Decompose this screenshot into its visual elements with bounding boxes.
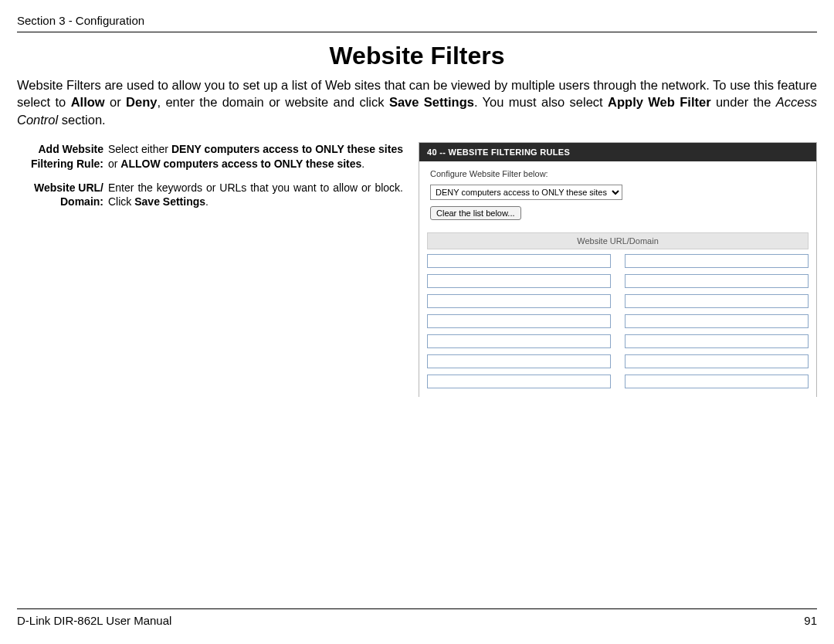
def-val-post: . bbox=[205, 195, 208, 208]
url-grid-row bbox=[427, 354, 809, 368]
url-input[interactable] bbox=[625, 375, 809, 388]
intro-text-2: or bbox=[105, 95, 126, 109]
url-grid-row bbox=[427, 314, 809, 328]
content-row: Add Website Filtering Rule: Select eithe… bbox=[17, 142, 817, 397]
url-input[interactable] bbox=[625, 254, 809, 268]
footer-manual-name: D-Link DIR-862L User Manual bbox=[17, 614, 171, 627]
intro-paragraph: Website Filters are used to allow you to… bbox=[17, 76, 817, 128]
url-grid-row bbox=[427, 375, 809, 388]
url-input[interactable] bbox=[625, 354, 809, 368]
url-input[interactable] bbox=[427, 294, 611, 308]
url-grid-row bbox=[427, 274, 809, 288]
intro-allow-bold: Allow bbox=[71, 95, 105, 109]
def-val-pre: Select either bbox=[108, 143, 171, 155]
footer-page-number: 91 bbox=[804, 614, 817, 627]
url-input[interactable] bbox=[427, 314, 611, 328]
definition-row: Website URL/ Domain: Enter the keywords … bbox=[17, 181, 403, 210]
router-screenshot-panel: 40 -- WEBSITE FILTERING RULES Configure … bbox=[419, 142, 817, 397]
url-input[interactable] bbox=[625, 314, 809, 328]
panel-titlebar: 40 -- WEBSITE FILTERING RULES bbox=[419, 143, 816, 161]
url-grid: Website URL/Domain bbox=[419, 232, 816, 388]
configure-label: Configure Website Filter below: bbox=[430, 169, 807, 178]
url-grid-row bbox=[427, 334, 809, 348]
filter-mode-select-wrap: DENY computers access to ONLY these site… bbox=[430, 185, 807, 200]
definition-label: Website URL/ Domain: bbox=[17, 181, 108, 210]
url-input[interactable] bbox=[427, 375, 611, 388]
url-input[interactable] bbox=[427, 334, 611, 348]
intro-deny-bold: Deny bbox=[126, 95, 157, 109]
section-header: Section 3 - Configuration bbox=[17, 14, 817, 32]
def-label-line-1: Add Website bbox=[38, 143, 103, 155]
url-input[interactable] bbox=[625, 274, 809, 288]
definition-row: Add Website Filtering Rule: Select eithe… bbox=[17, 142, 403, 171]
url-input[interactable] bbox=[625, 294, 809, 308]
definitions-list: Add Website Filtering Rule: Select eithe… bbox=[17, 142, 403, 397]
def-val-mid: or bbox=[108, 158, 120, 170]
url-input[interactable] bbox=[625, 334, 809, 348]
def-label-line-2: Domain: bbox=[60, 195, 103, 208]
definition-label: Add Website Filtering Rule: bbox=[17, 142, 108, 171]
intro-text-5: under the bbox=[711, 95, 776, 109]
url-input[interactable] bbox=[427, 354, 611, 368]
def-label-line-2: Filtering Rule: bbox=[31, 158, 103, 170]
def-val-post: . bbox=[361, 158, 364, 170]
clear-list-button[interactable]: Clear the list below... bbox=[430, 206, 521, 220]
intro-save-bold: Save Settings bbox=[389, 95, 474, 109]
def-label-line-1: Website URL/ bbox=[34, 181, 103, 194]
intro-apply-bold: Apply Web Filter bbox=[608, 95, 710, 109]
filter-mode-select[interactable]: DENY computers access to ONLY these site… bbox=[430, 185, 622, 200]
def-val-b: Save Settings bbox=[134, 195, 205, 208]
definition-value: Enter the keywords or URLs that you want… bbox=[108, 181, 403, 210]
page-title: Website Filters bbox=[17, 42, 817, 70]
page-footer: D-Link DIR-862L User Manual 91 bbox=[17, 608, 817, 627]
def-val-b2: ALLOW computers access to ONLY these sit… bbox=[120, 158, 361, 170]
url-grid-row bbox=[427, 254, 809, 268]
definition-value: Select either DENY computers access to O… bbox=[108, 142, 403, 171]
url-input[interactable] bbox=[427, 254, 611, 268]
def-val-b1: DENY computers access to ONLY these site… bbox=[171, 143, 403, 155]
url-grid-header: Website URL/Domain bbox=[427, 232, 809, 249]
intro-text-3: , enter the domain or website and click bbox=[157, 95, 389, 109]
intro-text-6: section. bbox=[58, 113, 105, 127]
url-grid-row bbox=[427, 294, 809, 308]
intro-text-4: . You must also select bbox=[474, 95, 608, 109]
url-input[interactable] bbox=[427, 274, 611, 288]
panel-body: Configure Website Filter below: DENY com… bbox=[419, 161, 816, 225]
